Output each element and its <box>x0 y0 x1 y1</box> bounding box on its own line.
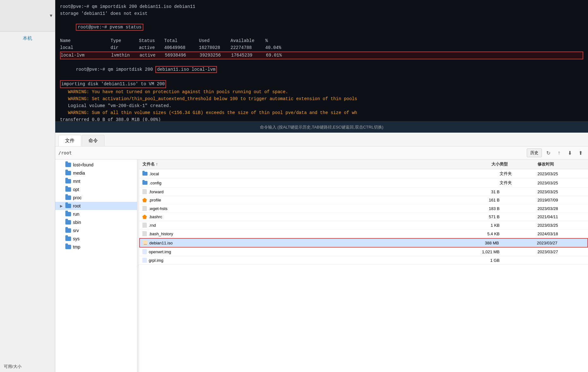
col-filename[interactable]: 文件名 ↑ <box>142 161 462 167</box>
terminal-line-cmd2: root@pve:~# qm importdisk 200 debian11.i… <box>60 60 583 80</box>
tree-proc[interactable]: proc <box>55 194 137 202</box>
file-row-openwrt[interactable]: openwrt.img 1,021 MB 2023/03/27 <box>139 248 588 256</box>
terminal-table-header: NameTypeStatusTotalUsedAvailable% <box>60 38 583 44</box>
main-content: root@pve:~# qm importdisk 200 debian11.i… <box>55 0 588 372</box>
folder-icon <box>65 245 71 249</box>
file-row-grpl[interactable]: grpl.img 1 GB <box>139 256 588 265</box>
file-manager: 文件 命令 /root 历史 ↻ ↑ ⬇ ⬆ lost+found <box>55 133 588 372</box>
terminal-line-2: storage 'debian11' does not exist <box>60 10 583 17</box>
terminal-row-local: localdiractive40649968162780282227478840… <box>60 45 583 51</box>
folder-icon <box>65 204 71 208</box>
terminal-line-importing: importing disk 'debian11.iso' to VM 200 <box>60 80 166 88</box>
file-row-bash-history[interactable]: .bash_history 5.4 KB 2024/03/18 <box>139 230 588 238</box>
folder-icon <box>65 179 71 183</box>
folder-icon <box>65 195 71 200</box>
tree-run[interactable]: run <box>55 210 137 218</box>
file-row-config[interactable]: .config 文件夹 2023/03/25 <box>139 178 588 188</box>
up-icon[interactable]: ↑ <box>555 148 563 157</box>
terminal-warning-1: WARNING: You have not turned on protecti… <box>60 89 583 95</box>
folder-icon <box>65 171 71 175</box>
terminal-warning-2: WARNING: Set activation/thin_pool_autoex… <box>60 96 583 102</box>
tab-command[interactable]: 命令 <box>82 135 105 146</box>
folder-icon <box>65 187 71 192</box>
file-row-forward[interactable]: .forward 31 B 2023/03/25 <box>139 188 588 196</box>
col-size[interactable]: 大小 <box>462 161 500 167</box>
tree-sbin[interactable]: sbin <box>55 218 137 226</box>
col-type[interactable]: 类型 <box>500 161 537 167</box>
tab-file[interactable]: 文件 <box>58 135 81 146</box>
sidebar-size-section: 可用/大小 <box>0 361 55 372</box>
tree-root[interactable]: ▶ root <box>55 202 137 210</box>
sidebar-top: ▼ <box>0 0 55 32</box>
file-row-debian11-iso[interactable]: debian11.iso 388 MB 2023/03/27 <box>139 238 588 248</box>
folder-icon <box>65 220 71 225</box>
fm-list-header: 文件名 ↑ 大小 类型 修改时间 <box>139 159 588 169</box>
fm-toolbar: /root 历史 ↻ ↑ ⬇ ⬆ <box>55 147 588 159</box>
terminal-logical-vol: Logical volume "vm-200-disk-1" created. <box>60 103 583 109</box>
tree-srv[interactable]: srv <box>55 226 137 235</box>
folder-icon <box>65 237 71 241</box>
tree-tmp[interactable]: tmp <box>55 243 137 251</box>
file-row-bashrc[interactable]: .bashrc 571 B 2021/04/11 <box>139 213 588 221</box>
download-icon[interactable]: ⬇ <box>565 148 574 157</box>
tree-media[interactable]: media <box>55 169 137 177</box>
tree-lost-found[interactable]: lost+found <box>55 161 137 169</box>
fm-tree: lost+found media mnt opt <box>55 159 137 372</box>
file-row-wget-hsts[interactable]: .wget-hsts 183 B 2023/03/28 <box>139 204 588 213</box>
sidebar-local-label: 本机 <box>0 32 55 45</box>
file-row-rnd[interactable]: .rnd 1 KB 2023/03/25 <box>139 221 588 230</box>
tree-opt[interactable]: opt <box>55 185 137 194</box>
fm-body: lost+found media mnt opt <box>55 159 588 372</box>
upload-icon[interactable]: ⬆ <box>576 148 585 157</box>
file-row-local[interactable]: .local 文件夹 2023/03/25 <box>139 169 588 178</box>
col-modified[interactable]: 修改时间 <box>537 161 585 167</box>
terminal-row-local-lvm: local-lvmlvmthinactive569384963929325617… <box>60 51 583 59</box>
terminal[interactable]: root@pve:~# qm importdisk 200 debian11.i… <box>55 0 588 133</box>
sidebar-arrow-icon[interactable]: ▼ <box>50 13 52 18</box>
folder-icon <box>65 212 71 216</box>
tree-mnt[interactable]: mnt <box>55 177 137 185</box>
fm-path: /root <box>58 150 525 155</box>
tree-sys[interactable]: sys <box>55 235 137 243</box>
fm-file-list: 文件名 ↑ 大小 类型 修改时间 .local 文件夹 2023/03/25 .… <box>139 159 588 372</box>
terminal-warning-3: WARNING: Sum of all thin volume sizes (<… <box>60 110 583 116</box>
refresh-icon[interactable]: ↻ <box>544 148 553 157</box>
terminal-line-3: root@pve:~# pvesm status <box>60 17 583 37</box>
command-input-bar[interactable]: 命令输入 (按ALT键提示历史,TAB键路径,ESC键返回,双击CTRL切换) <box>55 121 588 133</box>
folder-icon <box>65 163 71 167</box>
folder-icon <box>65 228 71 233</box>
terminal-line-1: root@pve:~# qm importdisk 200 debian11.i… <box>60 3 583 10</box>
sidebar: ▼ 本机 可用/大小 <box>0 0 55 372</box>
file-row-profile[interactable]: .profile 161 B 2019/07/09 <box>139 196 588 204</box>
fm-tabs: 文件 命令 <box>55 133 588 147</box>
history-button[interactable]: 历史 <box>527 148 542 157</box>
